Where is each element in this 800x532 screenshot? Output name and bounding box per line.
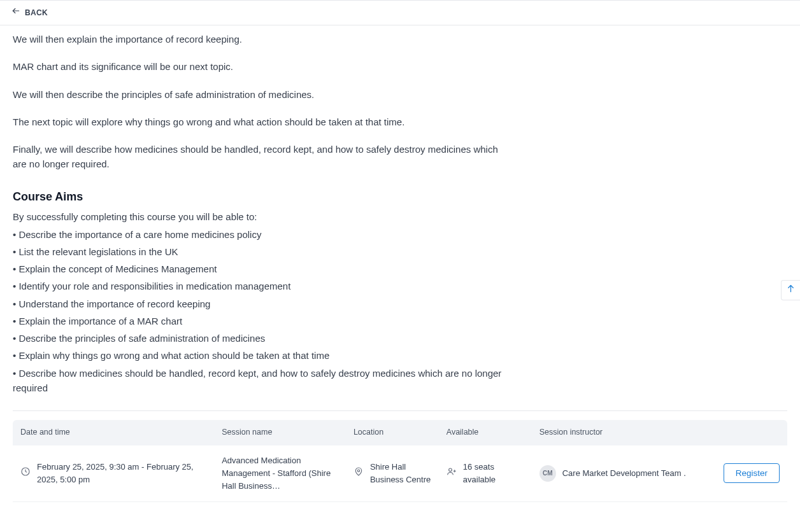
cell-datetime: February 25, 2025, 9:30 am - February 25… bbox=[37, 461, 206, 486]
aims-bullet: • List the relevant legislations in the … bbox=[13, 244, 510, 259]
aims-bullet: • Describe how medicines should be handl… bbox=[13, 366, 510, 396]
th-session: Session name bbox=[214, 420, 346, 445]
scroll-to-top-button[interactable] bbox=[781, 280, 800, 300]
cell-session: Advanced Medication Management - Staffor… bbox=[214, 445, 346, 502]
table-row: February 25, 2025, 9:30 am - February 25… bbox=[13, 445, 787, 502]
arrow-up-icon bbox=[786, 283, 796, 297]
arrow-left-icon bbox=[11, 6, 20, 19]
course-aims-heading: Course Aims bbox=[13, 188, 510, 206]
th-datetime: Date and time bbox=[13, 420, 214, 445]
aims-bullet: • Describe the principles of safe admini… bbox=[13, 331, 510, 346]
cell-instructor: Care Market Development Team . bbox=[562, 467, 686, 480]
body-paragraph: Finally, we will describe how medicines … bbox=[13, 142, 510, 172]
aims-bullet: • Describe the importance of a care home… bbox=[13, 227, 510, 242]
user-plus-icon bbox=[446, 466, 457, 480]
register-button[interactable]: Register bbox=[724, 463, 780, 483]
sessions-table: Date and time Session name Location Avai… bbox=[13, 420, 787, 502]
map-pin-icon bbox=[354, 466, 364, 480]
body-paragraph: MAR chart and its significance will be o… bbox=[13, 59, 510, 74]
aims-bullet: • Explain why things go wrong and what a… bbox=[13, 348, 510, 363]
body-paragraph: We will then explain the importance of r… bbox=[13, 32, 510, 46]
avatar: CM bbox=[539, 465, 556, 482]
svg-point-3 bbox=[448, 468, 452, 472]
back-label: BACK bbox=[25, 7, 48, 19]
cell-location: Shire Hall Business Centre bbox=[370, 461, 431, 486]
body-paragraph: We will then describe the principles of … bbox=[13, 87, 510, 102]
back-button[interactable]: BACK bbox=[11, 6, 48, 19]
th-available: Available bbox=[439, 420, 532, 445]
aims-bullet: • Understand the importance of record ke… bbox=[13, 297, 510, 311]
th-location: Location bbox=[346, 420, 439, 445]
body-paragraph: The next topic will explore why things g… bbox=[13, 115, 510, 129]
aims-bullet: • Identify your role and responsibilitie… bbox=[13, 279, 510, 293]
aims-bullet: • Explain the importance of a MAR chart bbox=[13, 314, 510, 328]
clock-icon bbox=[20, 466, 31, 480]
th-instructor: Session instructor bbox=[532, 420, 703, 445]
svg-point-2 bbox=[357, 470, 359, 472]
aims-intro: By successfully completing this course y… bbox=[13, 209, 510, 224]
cell-available: 16 seats available bbox=[463, 461, 524, 486]
aims-bullet: • Explain the concept of Medicines Manag… bbox=[13, 262, 510, 276]
